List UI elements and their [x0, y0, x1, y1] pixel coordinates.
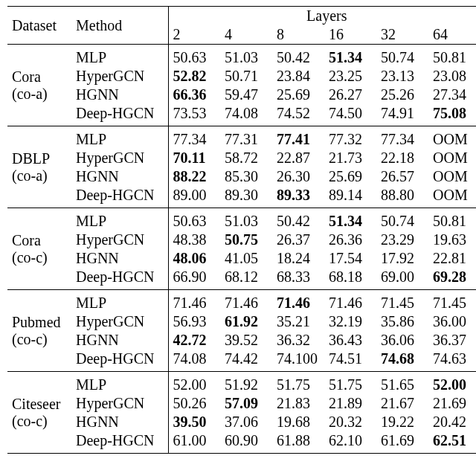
dataset-label-empty	[7, 431, 71, 454]
dataset-sub: (co-c)	[12, 413, 71, 430]
dataset-label-empty	[7, 126, 71, 149]
value-cell: 85.30	[220, 167, 272, 186]
table-row: MLP77.3477.3177.4177.3277.34OOM	[7, 126, 476, 149]
value-cell: 23.13	[376, 67, 428, 86]
col-header-32: 32	[376, 25, 428, 45]
value-cell: 52.00	[428, 372, 476, 395]
value-cell: 71.45	[428, 290, 476, 313]
table-row: Deep-HGCN73.5374.0874.5274.5074.9175.08	[7, 104, 476, 126]
value-cell: 66.36	[168, 86, 220, 104]
value-cell: 51.03	[220, 208, 272, 231]
value-cell: 61.92	[220, 312, 272, 331]
dataset-label: DBLP(co-a)	[7, 149, 71, 186]
col-header-4: 4	[220, 25, 272, 45]
col-header-layers: Layers	[168, 7, 476, 26]
value-cell: 51.75	[324, 372, 376, 395]
value-cell: 50.42	[272, 45, 324, 68]
value-cell: 22.18	[376, 149, 428, 167]
value-cell: 50.42	[272, 208, 324, 231]
value-cell: 71.46	[168, 290, 220, 313]
value-cell: 68.18	[324, 268, 376, 290]
value-cell: 17.92	[376, 249, 428, 268]
value-cell: 89.14	[324, 186, 376, 208]
table-row: DBLP(co-a)HyperGCN70.1158.7222.8721.7322…	[7, 149, 476, 167]
dataset-label-empty	[7, 268, 71, 290]
value-cell: 37.06	[220, 413, 272, 431]
value-cell: 69.00	[376, 268, 428, 290]
value-cell: 69.28	[428, 268, 476, 290]
value-cell: 71.46	[272, 290, 324, 313]
value-cell: 60.90	[220, 431, 272, 454]
col-header-dataset: Dataset	[7, 7, 71, 45]
value-cell: 51.65	[376, 372, 428, 395]
table-row: HGNN66.3659.4725.6926.2725.2627.34	[7, 86, 476, 104]
dataset-label-empty	[7, 350, 71, 372]
dataset-label-empty	[7, 104, 71, 126]
value-cell: 48.38	[168, 231, 220, 249]
value-cell: 48.06	[168, 249, 220, 268]
value-cell: 75.08	[428, 104, 476, 126]
value-cell: 19.22	[376, 413, 428, 431]
dataset-label: Cora(co-c)	[7, 231, 71, 268]
method-label: HyperGCN	[71, 149, 168, 167]
value-cell: 26.27	[324, 86, 376, 104]
dataset-label-empty	[7, 290, 71, 313]
value-cell: 17.54	[324, 249, 376, 268]
value-cell: 58.72	[220, 149, 272, 167]
value-cell: 21.67	[376, 394, 428, 413]
value-cell: 19.63	[428, 231, 476, 249]
table-row: MLP52.0051.9251.7551.7551.6552.00	[7, 372, 476, 395]
dataset-name: DBLP	[12, 150, 50, 167]
table-body: MLP50.6351.0350.4251.3450.7450.81Cora(co…	[7, 45, 476, 454]
value-cell: 52.82	[168, 67, 220, 86]
value-cell: 32.19	[324, 312, 376, 331]
value-cell: 50.63	[168, 45, 220, 68]
dataset-sub: (co-a)	[12, 86, 71, 103]
value-cell: 50.71	[220, 67, 272, 86]
col-header-method: Method	[71, 7, 168, 45]
value-cell: 51.03	[220, 45, 272, 68]
method-label: Deep-HGCN	[71, 431, 168, 454]
value-cell: 59.47	[220, 86, 272, 104]
value-cell: 25.69	[324, 167, 376, 186]
value-cell: 74.68	[376, 350, 428, 372]
table-row: Deep-HGCN61.0060.9061.8862.1061.6962.51	[7, 431, 476, 454]
value-cell: 50.74	[376, 208, 428, 231]
dataset-label: Cora(co-a)	[7, 67, 71, 104]
value-cell: 68.12	[220, 268, 272, 290]
value-cell: 36.43	[324, 331, 376, 350]
method-label: MLP	[71, 45, 168, 68]
value-cell: 23.25	[324, 67, 376, 86]
dataset-label: Citeseer(co-c)	[7, 394, 71, 431]
value-cell: 36.00	[428, 312, 476, 331]
value-cell: 74.63	[428, 350, 476, 372]
table-row: MLP50.6351.0350.4251.3450.7450.81	[7, 208, 476, 231]
value-cell: 66.90	[168, 268, 220, 290]
value-cell: 68.33	[272, 268, 324, 290]
value-cell: 26.57	[376, 167, 428, 186]
value-cell: 39.50	[168, 413, 220, 431]
value-cell: 23.08	[428, 67, 476, 86]
method-label: HyperGCN	[71, 67, 168, 86]
value-cell: 71.46	[220, 290, 272, 313]
value-cell: 74.51	[324, 350, 376, 372]
table-row: Deep-HGCN74.0874.4274.10074.5174.6874.63	[7, 350, 476, 372]
method-label: HyperGCN	[71, 394, 168, 413]
dataset-name: Cora	[12, 68, 41, 85]
value-cell: 56.93	[168, 312, 220, 331]
value-cell: 36.06	[376, 331, 428, 350]
value-cell: 89.30	[220, 186, 272, 208]
method-label: HGNN	[71, 86, 168, 104]
value-cell: 77.41	[272, 126, 324, 149]
value-cell: 50.81	[428, 208, 476, 231]
value-cell: 23.29	[376, 231, 428, 249]
dataset-name: Cora	[12, 232, 41, 248]
value-cell: 51.34	[324, 45, 376, 68]
value-cell: 26.30	[272, 167, 324, 186]
value-cell: 77.31	[220, 126, 272, 149]
col-header-8: 8	[272, 25, 324, 45]
method-label: MLP	[71, 290, 168, 313]
value-cell: 74.52	[272, 104, 324, 126]
value-cell: 71.46	[324, 290, 376, 313]
value-cell: 51.92	[220, 372, 272, 395]
